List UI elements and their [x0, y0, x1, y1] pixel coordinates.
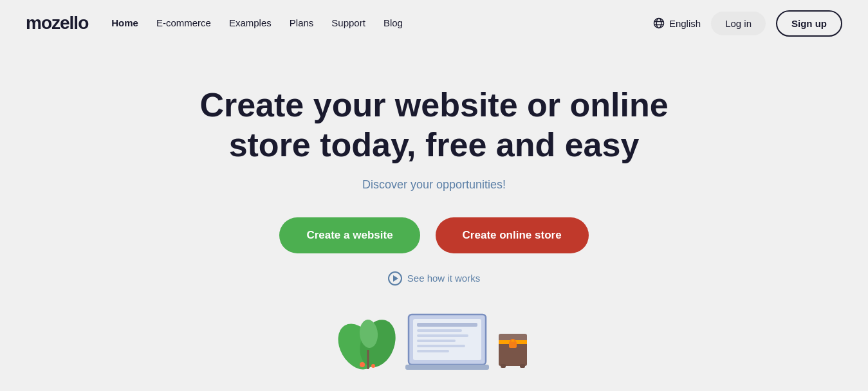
- cta-buttons: Create a website Create online store: [279, 217, 588, 253]
- navbar-right: English Log in Sign up: [652, 10, 842, 37]
- play-icon: [388, 271, 402, 286]
- nav-item-home[interactable]: Home: [111, 17, 138, 29]
- create-website-button[interactable]: Create a website: [279, 217, 420, 253]
- nav-link-home[interactable]: Home: [111, 17, 138, 28]
- svg-point-8: [360, 362, 365, 367]
- nav-link-blog[interactable]: Blog: [383, 17, 403, 28]
- nav-links: Home E-commerce Examples Plans Support B…: [111, 17, 403, 29]
- svg-rect-12: [417, 323, 477, 327]
- navbar: mozello Home E-commerce Examples Plans S…: [0, 0, 868, 46]
- login-button[interactable]: Log in: [711, 12, 766, 35]
- svg-rect-18: [405, 365, 489, 370]
- hero-section: Create your website or online store toda…: [0, 46, 868, 372]
- nav-item-examples[interactable]: Examples: [229, 17, 272, 29]
- svg-point-9: [371, 364, 375, 368]
- svg-rect-13: [417, 329, 462, 332]
- language-selector[interactable]: English: [652, 17, 701, 30]
- nav-link-examples[interactable]: Examples: [229, 17, 272, 28]
- nav-link-ecommerce[interactable]: E-commerce: [156, 17, 211, 28]
- svg-rect-15: [417, 340, 456, 342]
- language-label: English: [669, 18, 701, 29]
- globe-icon: [652, 17, 665, 30]
- play-triangle: [393, 275, 398, 282]
- plant-illustration: [338, 314, 399, 372]
- nav-item-support[interactable]: Support: [331, 17, 365, 29]
- svg-rect-25: [520, 364, 525, 368]
- laptop-illustration: [405, 311, 489, 372]
- see-how-it-works-label: See how it works: [407, 273, 480, 284]
- hero-title: Create your website or online store toda…: [183, 85, 685, 165]
- svg-rect-17: [417, 350, 449, 352]
- create-online-store-button[interactable]: Create online store: [436, 217, 589, 253]
- illustration-area: [338, 311, 531, 372]
- svg-point-1: [656, 19, 661, 28]
- nav-link-support[interactable]: Support: [331, 17, 365, 28]
- see-how-it-works-link[interactable]: See how it works: [388, 271, 480, 286]
- navbar-left: mozello Home E-commerce Examples Plans S…: [26, 13, 403, 33]
- logo: mozello: [26, 13, 88, 33]
- chest-illustration: [495, 327, 531, 372]
- svg-rect-14: [417, 334, 468, 337]
- nav-link-plans[interactable]: Plans: [290, 17, 314, 28]
- hero-subtitle: Discover your opportunities!: [362, 178, 506, 192]
- nav-item-ecommerce[interactable]: E-commerce: [156, 17, 211, 29]
- nav-item-plans[interactable]: Plans: [290, 17, 314, 29]
- svg-rect-24: [501, 364, 506, 368]
- svg-rect-16: [417, 345, 465, 347]
- signup-button[interactable]: Sign up: [776, 10, 842, 37]
- nav-item-blog[interactable]: Blog: [383, 17, 403, 29]
- svg-point-0: [654, 19, 663, 28]
